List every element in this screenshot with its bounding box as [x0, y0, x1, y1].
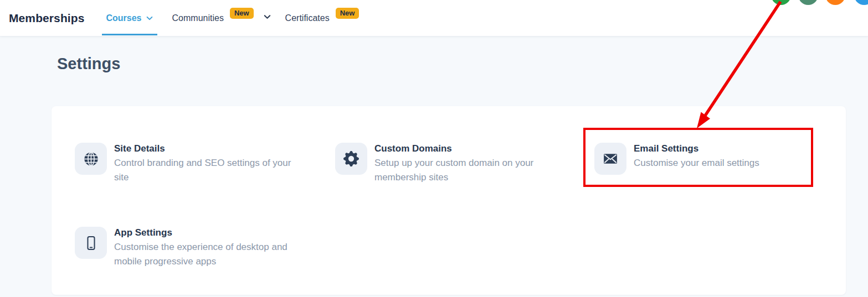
new-badge: New [230, 8, 254, 19]
setting-description: Customise the experience of desktop and … [114, 240, 297, 269]
setting-item-custom-domains[interactable]: Custom Domains Setup up your custom doma… [335, 143, 594, 185]
setting-title: Site Details [114, 143, 297, 154]
tab-communities-label: Communities [172, 13, 224, 23]
settings-grid: Site Details Control branding and SEO se… [52, 106, 846, 269]
tab-communities[interactable]: Communities New [172, 0, 254, 37]
tab-certificates-label: Certificates [285, 13, 330, 23]
settings-card: Site Details Control branding and SEO se… [52, 106, 846, 295]
chevron-down-icon [263, 13, 271, 23]
chevron-down-icon [146, 14, 153, 22]
top-navigation: Memberships Courses Communities New Cert… [0, 0, 868, 37]
setting-description: Setup up your custom domain on your memb… [374, 156, 557, 185]
setting-item-app-settings[interactable]: App Settings Customise the experience of… [75, 227, 335, 269]
nav-more-dropdown[interactable] [263, 0, 271, 37]
setting-description: Control branding and SEO settings of you… [114, 156, 297, 185]
tab-courses[interactable]: Courses [102, 0, 157, 37]
setting-item-site-details[interactable]: Site Details Control branding and SEO se… [75, 143, 335, 185]
tab-certificates[interactable]: Certificates New [285, 0, 359, 37]
setting-item-email-settings[interactable]: Email Settings Customise your email sett… [594, 143, 835, 185]
phone-icon [75, 227, 107, 259]
setting-title: Email Settings [634, 143, 759, 154]
globe-icon [75, 143, 107, 175]
brand-memberships[interactable]: Memberships [9, 12, 84, 25]
page-title: Settings [57, 55, 120, 73]
setting-title: Custom Domains [374, 143, 557, 154]
envelope-icon [594, 143, 626, 175]
setting-title: App Settings [114, 227, 297, 238]
setting-description: Customise your email settings [634, 156, 759, 170]
tab-courses-label: Courses [106, 13, 141, 23]
new-badge: New [336, 8, 359, 19]
gear-icon [335, 143, 367, 175]
